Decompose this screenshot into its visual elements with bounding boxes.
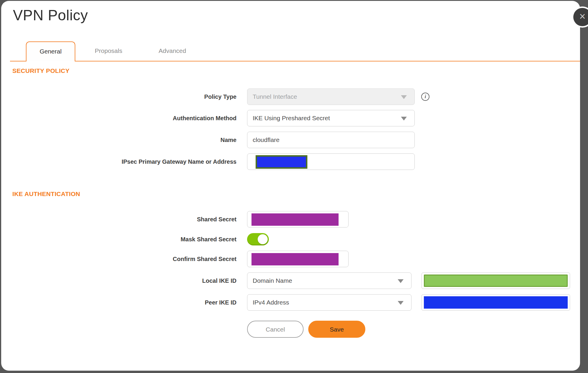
shared-secret-redaction-box — [251, 213, 339, 226]
close-icon: × — [579, 10, 585, 22]
cancel-button[interactable]: Cancel — [247, 321, 304, 338]
peer-ike-id-select[interactable]: IPv4 Address — [247, 294, 412, 311]
local-ike-id-type-value: Domain Name — [253, 277, 292, 284]
chevron-down-icon — [398, 301, 404, 305]
local-ike-id-select[interactable]: Domain Name — [247, 272, 412, 289]
mask-shared-secret-row: Mask Shared Secret — [1, 231, 580, 247]
save-button[interactable]: Save — [308, 321, 365, 338]
section-heading-security-policy: SECURITY POLICY — [12, 67, 69, 74]
shared-secret-row: Shared Secret — [1, 211, 580, 228]
peer-ike-id-type-value: IPv4 Address — [253, 299, 289, 306]
chevron-down-icon — [401, 95, 407, 99]
peer-ike-id-value-input[interactable] — [422, 294, 570, 311]
tab-proposals-label: Proposals — [95, 47, 122, 54]
local-ike-id-row: Local IKE ID Domain Name — [1, 272, 580, 289]
page-title: VPN Policy — [13, 7, 88, 24]
confirm-shared-secret-redaction-box — [251, 253, 339, 265]
section-heading-ike-authentication: IKE AUTHENTICATION — [12, 190, 80, 198]
tab-general[interactable]: General — [26, 41, 75, 61]
mask-shared-secret-label: Mask Shared Secret — [1, 231, 236, 247]
vpn-policy-dialog: VPN Policy General Proposals Advanced SE… — [1, 1, 580, 371]
authentication-method-label: Authentication Method — [1, 110, 236, 126]
gateway-row: IPsec Primary Gateway Name or Address — [1, 153, 580, 170]
confirm-shared-secret-input[interactable] — [247, 251, 349, 267]
authentication-method-row: Authentication Method IKE Using Preshare… — [1, 110, 580, 126]
tab-underline — [10, 61, 580, 61]
peer-ike-id-label: Peer IKE ID — [1, 294, 236, 311]
local-ike-id-value-input[interactable] — [422, 272, 570, 289]
authentication-method-select[interactable]: IKE Using Preshared Secret — [247, 110, 415, 126]
policy-type-select: Tunnel Interface — [247, 88, 415, 105]
authentication-method-value: IKE Using Preshared Secret — [253, 115, 330, 121]
peer-ike-id-row: Peer IKE ID IPv4 Address — [1, 294, 580, 311]
policy-type-label: Policy Type — [1, 88, 236, 105]
gateway-redaction-box — [256, 155, 307, 169]
name-label: Name — [1, 132, 236, 148]
info-icon[interactable]: i — [421, 93, 429, 101]
gateway-input[interactable] — [247, 153, 415, 170]
confirm-shared-secret-row: Confirm Shared Secret — [1, 251, 580, 267]
tab-proposals[interactable]: Proposals — [82, 41, 135, 61]
policy-type-value: Tunnel Interface — [253, 93, 297, 100]
tab-general-label: General — [40, 48, 62, 55]
policy-type-row: Policy Type Tunnel Interface i — [1, 88, 580, 105]
local-ike-id-label: Local IKE ID — [1, 272, 236, 289]
chevron-down-icon — [398, 279, 404, 283]
tab-advanced[interactable]: Advanced — [146, 41, 199, 61]
dialog-actions: Cancel Save — [1, 321, 580, 338]
tab-advanced-label: Advanced — [159, 47, 186, 54]
confirm-shared-secret-label: Confirm Shared Secret — [1, 251, 236, 267]
mask-shared-secret-toggle[interactable] — [247, 233, 269, 245]
chevron-down-icon — [401, 117, 407, 121]
peer-ike-id-redaction-box — [424, 296, 568, 309]
name-input[interactable] — [247, 132, 415, 148]
shared-secret-input[interactable] — [247, 211, 349, 228]
name-row: Name — [1, 132, 580, 148]
gateway-label: IPsec Primary Gateway Name or Address — [1, 153, 236, 170]
shared-secret-label: Shared Secret — [1, 211, 236, 228]
local-ike-id-redaction-box — [424, 275, 568, 287]
toggle-knob — [258, 234, 268, 244]
